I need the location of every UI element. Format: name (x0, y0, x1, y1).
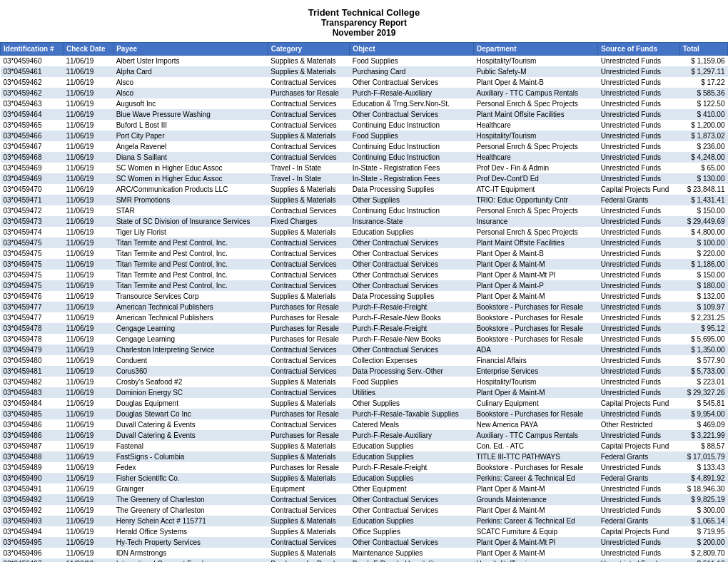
table-row: 03*045949111/06/19GraingerEquipmentOther… (1, 484, 728, 494)
table-cell: Capital Projects Fund (598, 184, 680, 195)
table-cell: Plant Oper & Maint-M (473, 259, 597, 270)
table-cell: Conduent (113, 355, 268, 366)
table-cell: 03*0459497 (1, 558, 64, 562)
table-cell: Other Contractual Services (350, 494, 474, 505)
table-cell: Contractual Services (268, 98, 350, 109)
table-row: 03*045946111/06/19Alpha CardSupplies & M… (1, 66, 728, 77)
table-cell: $ 5,733.00 (679, 366, 727, 377)
table-cell: 03*0459469 (1, 173, 64, 184)
table-row: 03*045947011/06/19ARC/Communication Prod… (1, 184, 728, 195)
table-cell: 11/06/19 (63, 334, 113, 344)
table-cell: $ 236.00 (679, 141, 727, 152)
table-cell: 03*0459475 (1, 248, 64, 259)
table-row: 03*045948611/06/19Duvall Catering & Even… (1, 419, 728, 430)
table-cell: $ 133.43 (679, 462, 727, 473)
table-cell: Augusoft Inc (113, 98, 268, 109)
table-cell: Unrestricted Funds (598, 291, 680, 302)
table-cell: 03*0459492 (1, 494, 64, 505)
table-cell: Unrestricted Funds (598, 173, 680, 184)
table-row: 03*045948811/06/19FastSigns - ColumbiaSu… (1, 451, 728, 462)
table-cell: 03*0459479 (1, 344, 64, 355)
table-cell: Contractual Services (268, 141, 350, 152)
table-cell: 11/06/19 (63, 462, 113, 473)
table-cell: 11/06/19 (63, 259, 113, 270)
table-cell: 11/06/19 (63, 270, 113, 280)
table-cell: Unrestricted Funds (598, 409, 680, 419)
table-cell: 03*0459462 (1, 88, 64, 98)
table-cell: $ 3,221.99 (679, 430, 727, 441)
table-row: 03*045948611/06/19Duvall Catering & Even… (1, 430, 728, 441)
table-row: 03*045947511/06/19Titan Termite and Pest… (1, 237, 728, 248)
table-cell: Maintenance Supplies (350, 548, 474, 558)
table-cell: 11/06/19 (63, 302, 113, 312)
table-cell: 03*0459496 (1, 548, 64, 558)
table-cell: Plant Oper & Maint-M (473, 291, 597, 302)
table-cell: Healthcare (473, 120, 597, 131)
table-cell: 11/06/19 (63, 548, 113, 558)
table-cell: Unrestricted Funds (598, 109, 680, 120)
table-cell: SCATC Furniture & Equip (473, 526, 597, 537)
table-cell: Purchases for Resale (268, 312, 350, 323)
table-cell: Supplies & Materials (268, 56, 350, 67)
table-cell: Unrestricted Funds (598, 377, 680, 387)
table-cell: 03*0459490 (1, 473, 64, 484)
table-cell: Hospitality/Tourism (473, 131, 597, 141)
table-cell: Travel - In State (268, 163, 350, 173)
table-cell: Supplies & Materials (268, 377, 350, 387)
table-cell: 11/06/19 (63, 484, 113, 494)
table-cell: Albert Uster Imports (113, 56, 268, 67)
table-cell: Unrestricted Funds (598, 237, 680, 248)
table-cell: Bookstore - Purchases for Resale (473, 462, 597, 473)
table-row: 03*045949011/06/19Fisher Scientific Co.S… (1, 473, 728, 484)
table-cell: Other Contractual Services (350, 237, 474, 248)
table-cell: $ 4,891.92 (679, 473, 727, 484)
table-cell: 03*0459464 (1, 109, 64, 120)
table-cell: 03*0459476 (1, 291, 64, 302)
table-cell: Office Supplies (350, 526, 474, 537)
table-cell: 11/06/19 (63, 152, 113, 163)
table-cell: Supplies & Materials (268, 441, 350, 451)
table-cell: 11/06/19 (63, 505, 113, 516)
table-cell: SMR Promotions (113, 195, 268, 205)
transactions-table: Identification #Check DatePayeeCategoryO… (0, 42, 728, 562)
table-cell: Titan Termite and Pest Control, Inc. (113, 259, 268, 270)
table-cell: Other Contractual Services (350, 259, 474, 270)
table-cell: Auxiliary - TTC Campus Rentals (473, 88, 597, 98)
table-cell: $ 545.81 (679, 398, 727, 409)
table-row: 03*045947811/06/19Cengage LearningPurcha… (1, 334, 728, 344)
table-cell: $ 1,065.14 (679, 516, 727, 526)
column-header: Total (679, 43, 727, 56)
table-cell: Unrestricted Funds (598, 77, 680, 88)
table-cell: $ 109.97 (679, 302, 727, 312)
table-cell: Supplies & Materials (268, 451, 350, 462)
table-row: 03*045946511/06/19Buford L Bost IIIContr… (1, 120, 728, 131)
table-cell: 03*0459461 (1, 66, 64, 77)
table-cell: 03*0459494 (1, 526, 64, 537)
table-cell: American Technical Publishers (113, 302, 268, 312)
table-row: 03*045949311/06/19Henry Schein Acct # 11… (1, 516, 728, 526)
table-row: 03*045946411/06/19Blue Wave Pressure Was… (1, 109, 728, 120)
table-cell: Unrestricted Funds (598, 302, 680, 312)
table-cell: Unrestricted Funds (598, 462, 680, 473)
table-cell: $ 100.00 (679, 237, 727, 248)
table-cell: Plant Oper & Maint-M (473, 548, 597, 558)
table-cell: 11/06/19 (63, 173, 113, 184)
table-cell: Purchases for Resale (268, 558, 350, 562)
table-cell: Food Supplies (350, 377, 474, 387)
table-cell: 11/06/19 (63, 558, 113, 562)
table-cell: Purch-F-Resale-Taxable Supplies (350, 409, 474, 419)
table-cell: Supplies & Materials (268, 195, 350, 205)
table-cell: Other Contractual Services (350, 505, 474, 516)
table-cell: American Technical Publishers (113, 312, 268, 323)
table-cell: Bookstore - Purchases for Resale (473, 302, 597, 312)
table-cell: 11/06/19 (63, 344, 113, 355)
table-cell: $ 200.00 (679, 537, 727, 548)
table-cell: Supplies & Materials (268, 473, 350, 484)
table-cell: $ 1,350.00 (679, 344, 727, 355)
table-cell: $ 511.13 (679, 558, 727, 562)
table-cell: Enterprise Services (473, 366, 597, 377)
table-cell: In-State - Registration Fees (350, 163, 474, 173)
table-cell: ADA (473, 344, 597, 355)
table-cell: 11/06/19 (63, 195, 113, 205)
table-cell: Capital Projects Fund (598, 398, 680, 409)
